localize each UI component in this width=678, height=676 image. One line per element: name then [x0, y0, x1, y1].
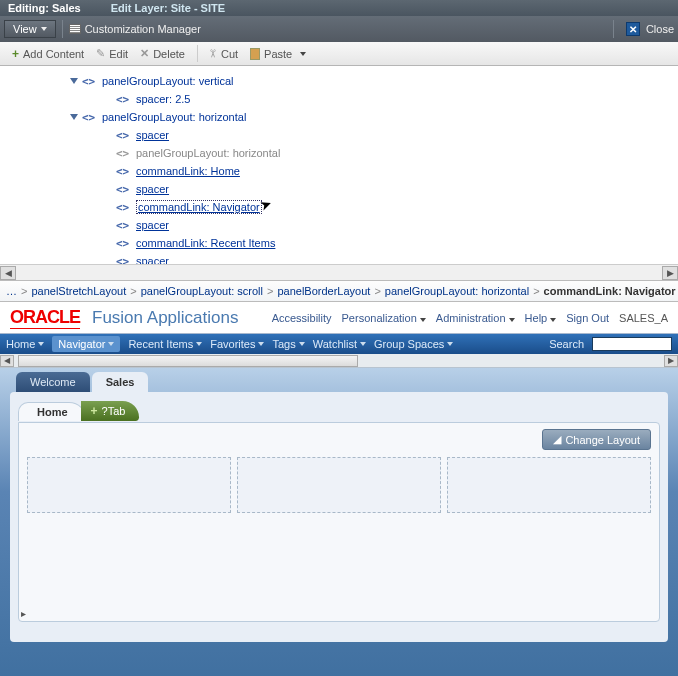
nav-item[interactable]: Favorites	[210, 338, 264, 350]
tree-node[interactable]: <>panelGroupLayout: horizontal	[4, 144, 674, 162]
add-tab-label: ?Tab	[102, 405, 126, 417]
edit-button[interactable]: ✎Edit	[90, 45, 134, 62]
app-header: ORACLE Fusion Applications Accessibility…	[0, 302, 678, 334]
cut-label: Cut	[221, 48, 238, 60]
customization-manager-button[interactable]: Customization Manager	[69, 23, 201, 35]
breadcrumb-item[interactable]: panelGroupLayout: horizontal	[385, 285, 529, 297]
tree-node[interactable]: <>commandLink: Navigator	[4, 198, 674, 216]
breadcrumb-separator: >	[21, 285, 27, 297]
chevron-down-icon	[360, 342, 366, 346]
resize-handle-icon[interactable]: ▸	[21, 608, 26, 619]
personalization-menu[interactable]: Personalization	[342, 312, 426, 324]
main-tabs: Welcome Sales	[0, 368, 678, 392]
close-button[interactable]: Close	[646, 23, 674, 35]
tag-icon: <>	[82, 75, 98, 88]
layout-cell[interactable]	[27, 457, 231, 513]
tag-icon: <>	[82, 111, 98, 124]
breadcrumb-separator: >	[267, 285, 273, 297]
chevron-down-icon	[38, 342, 44, 346]
sub-tab-add[interactable]: + ?Tab	[81, 401, 140, 421]
toolbar-divider	[62, 20, 63, 38]
nav-item[interactable]: Navigator	[52, 336, 120, 352]
plus-icon: +	[12, 47, 19, 61]
expand-icon[interactable]	[70, 78, 78, 84]
breadcrumb-overflow[interactable]: …	[6, 285, 17, 297]
breadcrumb-item[interactable]: panelStretchLayout	[31, 285, 126, 297]
search-input[interactable]	[592, 337, 672, 351]
tree-node[interactable]: <>spacer: 2.5	[4, 90, 674, 108]
layout-cell[interactable]	[237, 457, 441, 513]
component-tree[interactable]: <>panelGroupLayout: vertical<>spacer: 2.…	[0, 66, 678, 264]
tab-sales[interactable]: Sales	[92, 372, 149, 392]
node-label: commandLink: Recent Items	[136, 237, 275, 249]
node-label: spacer	[136, 183, 169, 195]
paste-button[interactable]: Paste	[244, 46, 312, 62]
tab-welcome[interactable]: Welcome	[16, 372, 90, 392]
close-icon[interactable]: ✕	[626, 22, 640, 36]
view-label: View	[13, 23, 37, 35]
scroll-left-icon[interactable]: ◀	[0, 266, 16, 280]
cut-button[interactable]: ✂Cut	[197, 45, 244, 62]
node-label: spacer	[136, 129, 169, 141]
editor-header: Editing: Sales Edit Layer: Site - SITE	[0, 0, 678, 16]
tag-icon: <>	[116, 147, 132, 160]
scissors-icon: ✂	[206, 49, 219, 58]
paste-label: Paste	[264, 48, 292, 60]
tree-node[interactable]: <>commandLink: Home	[4, 162, 674, 180]
nav-item[interactable]: Recent Items	[128, 338, 202, 350]
sub-tab-home[interactable]: Home	[18, 402, 87, 421]
chevron-down-icon	[196, 342, 202, 346]
tree-node[interactable]: <>spacer	[4, 126, 674, 144]
layout-grid	[27, 457, 651, 513]
nav-item[interactable]: Tags	[272, 338, 304, 350]
breadcrumb-separator: >	[374, 285, 380, 297]
app-title: Fusion Applications	[92, 308, 238, 328]
layout-cell[interactable]	[447, 457, 651, 513]
tag-icon: <>	[116, 93, 132, 106]
tree-node[interactable]: <>commandLink: Recent Items	[4, 234, 674, 252]
clipboard-icon	[250, 48, 260, 60]
nav-scrollbar[interactable]: ◀ ▶	[0, 354, 678, 368]
add-content-button[interactable]: +Add Content	[6, 45, 90, 63]
plus-icon: +	[91, 404, 98, 418]
tree-node[interactable]: <>panelGroupLayout: horizontal	[4, 108, 674, 126]
scroll-left-icon[interactable]: ◀	[0, 355, 14, 367]
breadcrumb: …>panelStretchLayout>panelGroupLayout: s…	[0, 280, 678, 302]
tree-node[interactable]: <>spacer	[4, 216, 674, 234]
tree-node[interactable]: <>spacer	[4, 180, 674, 198]
edit-toolbar: +Add Content ✎Edit ✕Delete ✂Cut Paste	[0, 42, 678, 66]
node-label: panelGroupLayout: horizontal	[136, 147, 280, 159]
sub-tabs: Home + ?Tab	[18, 400, 660, 422]
scroll-right-icon[interactable]: ▶	[662, 266, 678, 280]
view-menu[interactable]: View	[4, 20, 56, 38]
change-layout-button[interactable]: ◢ Change Layout	[542, 429, 651, 450]
customization-icon	[69, 24, 81, 34]
node-label: spacer	[136, 219, 169, 231]
tree-node[interactable]: <>spacer	[4, 252, 674, 264]
horizontal-scrollbar[interactable]: ◀ ▶	[0, 264, 678, 280]
chevron-down-icon	[420, 318, 426, 322]
content-panel: Home + ?Tab ◢ Change Layout ▸	[10, 392, 668, 642]
nav-item[interactable]: Group Spaces	[374, 338, 453, 350]
chevron-down-icon	[41, 27, 47, 31]
delete-button[interactable]: ✕Delete	[134, 45, 191, 62]
tag-icon: <>	[116, 255, 132, 265]
edit-layer-label: Edit Layer: Site - SITE	[111, 2, 225, 14]
main-area: Welcome Sales Home + ?Tab ◢ Change Layou…	[0, 368, 678, 676]
breadcrumb-item[interactable]: panelGroupLayout: scroll	[141, 285, 263, 297]
chevron-down-icon	[509, 318, 515, 322]
nav-item[interactable]: Home	[6, 338, 44, 350]
layout-icon: ◢	[553, 433, 561, 446]
breadcrumb-item[interactable]: panelBorderLayout	[277, 285, 370, 297]
signout-link[interactable]: Sign Out	[566, 312, 609, 324]
accessibility-link[interactable]: Accessibility	[272, 312, 332, 324]
tree-node[interactable]: <>panelGroupLayout: vertical	[4, 72, 674, 90]
scroll-right-icon[interactable]: ▶	[664, 355, 678, 367]
tag-icon: <>	[116, 237, 132, 250]
expand-icon[interactable]	[70, 114, 78, 120]
scrollbar-thumb[interactable]	[18, 355, 358, 367]
help-menu[interactable]: Help	[525, 312, 557, 324]
administration-menu[interactable]: Administration	[436, 312, 515, 324]
node-label: commandLink: Home	[136, 165, 240, 177]
nav-item[interactable]: Watchlist	[313, 338, 366, 350]
